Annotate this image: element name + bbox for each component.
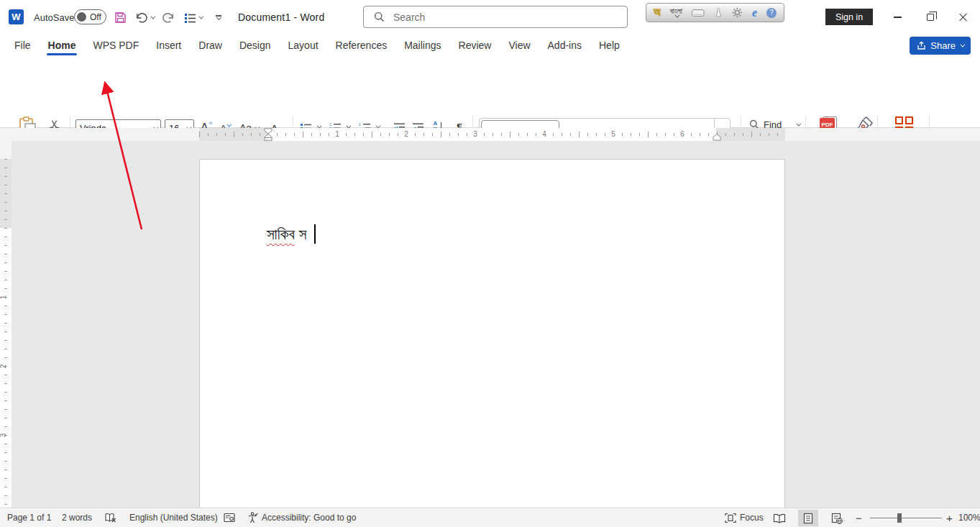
- document-text[interactable]: সাকিব স: [267, 224, 316, 244]
- display-settings-icon: [224, 513, 235, 523]
- autosave-toggle[interactable]: Off: [74, 9, 106, 24]
- close-icon: [959, 13, 968, 22]
- zoom-in-button[interactable]: +: [946, 508, 953, 527]
- misspelled-word[interactable]: সাকিব: [267, 226, 295, 243]
- tab-wps-pdf[interactable]: WPS PDF: [84, 35, 147, 56]
- search-input[interactable]: [393, 12, 595, 23]
- tab-draw[interactable]: Draw: [190, 35, 231, 56]
- search-icon: [374, 12, 385, 22]
- focus-icon: [725, 513, 736, 523]
- right-indent-marker[interactable]: [713, 128, 721, 141]
- tab-mailings[interactable]: Mailings: [395, 35, 449, 56]
- status-bar: Page 1 of 1 2 words English (United Stat…: [0, 508, 980, 527]
- word-window: W AutoSave Off Document1 - Word অ: [0, 0, 980, 527]
- close-button[interactable]: [947, 0, 980, 35]
- title-bar: W AutoSave Off Document1 - Word অ: [0, 0, 980, 35]
- share-icon: [917, 41, 926, 50]
- sign-in-button[interactable]: Sign in: [825, 9, 873, 25]
- bullet-list-icon: [184, 12, 196, 24]
- restore-icon: [927, 14, 934, 21]
- customize-toolbar-icon: [216, 15, 221, 19]
- read-mode-icon: [773, 513, 786, 523]
- redo-button[interactable]: [160, 9, 177, 26]
- read-mode-button[interactable]: [769, 510, 789, 526]
- horizontal-ruler: 1 2 3 4 5 6: [0, 128, 980, 141]
- web-layout-icon: [831, 513, 843, 524]
- accessibility-status[interactable]: Accessibility: Good to go: [247, 508, 356, 527]
- tab-references[interactable]: References: [327, 35, 396, 56]
- avro-logo-icon[interactable]: অ: [654, 6, 660, 19]
- zoom-slider-thumb[interactable]: [897, 513, 902, 523]
- bullet-list-quick-button[interactable]: [181, 9, 198, 26]
- tab-layout[interactable]: Layout: [280, 35, 327, 56]
- settings-gear-icon[interactable]: [732, 7, 743, 18]
- page-indicator[interactable]: Page 1 of 1: [7, 508, 51, 527]
- minimize-icon: [894, 17, 902, 17]
- language-indicator[interactable]: English (United States): [129, 508, 218, 527]
- left-indent-markers[interactable]: [264, 128, 273, 141]
- tab-view[interactable]: View: [500, 35, 539, 56]
- proofing-book-icon: [105, 513, 116, 523]
- display-settings-button[interactable]: [224, 508, 235, 527]
- zoom-level[interactable]: 100%: [958, 508, 980, 527]
- tab-file[interactable]: File: [6, 35, 40, 56]
- share-button[interactable]: Share: [910, 37, 971, 55]
- web-layout-button[interactable]: [827, 510, 847, 526]
- save-icon: [114, 12, 127, 24]
- proofing-status-button[interactable]: [105, 508, 116, 527]
- zoom-out-button[interactable]: −: [856, 508, 862, 527]
- accessibility-person-icon: [247, 512, 258, 523]
- bullet-list-dropdown-chevron[interactable]: [198, 14, 203, 19]
- word-count[interactable]: 2 words: [62, 508, 92, 527]
- undo-dropdown-chevron[interactable]: [150, 14, 155, 19]
- browser-e-icon[interactable]: e: [752, 6, 757, 19]
- help-circle-icon[interactable]: ?: [766, 8, 777, 18]
- print-layout-icon: [803, 513, 813, 524]
- undo-button[interactable]: [132, 9, 150, 26]
- print-layout-button[interactable]: [798, 510, 818, 526]
- customize-quick-access-button[interactable]: [210, 9, 227, 26]
- restore-button[interactable]: [914, 0, 947, 35]
- document-canvas: সাকিব স: [12, 141, 980, 508]
- avro-language-selector[interactable]: বাংলা: [669, 7, 682, 18]
- document-title: Document1 - Word: [238, 12, 324, 23]
- autosave-label: AutoSave: [34, 12, 74, 23]
- tab-home[interactable]: Home: [40, 35, 85, 56]
- typed-text[interactable]: স: [295, 226, 306, 243]
- focus-button[interactable]: Focus: [725, 508, 764, 527]
- avro-keyboard-toolbar[interactable]: অ বাংলা e ?: [646, 3, 784, 22]
- tab-insert[interactable]: Insert: [147, 35, 190, 56]
- ribbon-tabs: File Home WPS PDF Insert Draw Design Lay…: [0, 35, 980, 56]
- text-cursor: [314, 224, 316, 244]
- redo-icon: [162, 12, 175, 24]
- word-logo-icon[interactable]: W: [9, 9, 24, 24]
- undo-icon: [135, 12, 147, 24]
- document-page[interactable]: সাকিব স: [199, 159, 785, 508]
- find-chevron: [797, 121, 802, 126]
- tab-review[interactable]: Review: [450, 35, 500, 56]
- share-dropdown-chevron: [960, 42, 965, 47]
- tab-help[interactable]: Help: [590, 35, 628, 56]
- toggle-knob: [77, 12, 86, 22]
- zoom-slider-track[interactable]: [870, 518, 942, 518]
- ribbon: Paste Clipboard Vrinda 16 A^ A Aa A B I …: [0, 56, 980, 128]
- minimize-button[interactable]: [881, 0, 914, 35]
- search-box[interactable]: [363, 6, 628, 28]
- autosave-state: Off: [90, 12, 101, 22]
- mouse-tool-icon[interactable]: [714, 7, 723, 18]
- tab-design[interactable]: Design: [231, 35, 280, 56]
- save-button[interactable]: [111, 9, 129, 26]
- vertical-ruler: 1 2 3: [0, 141, 12, 508]
- keyboard-icon[interactable]: [692, 9, 705, 17]
- tab-add-ins[interactable]: Add-ins: [539, 35, 590, 56]
